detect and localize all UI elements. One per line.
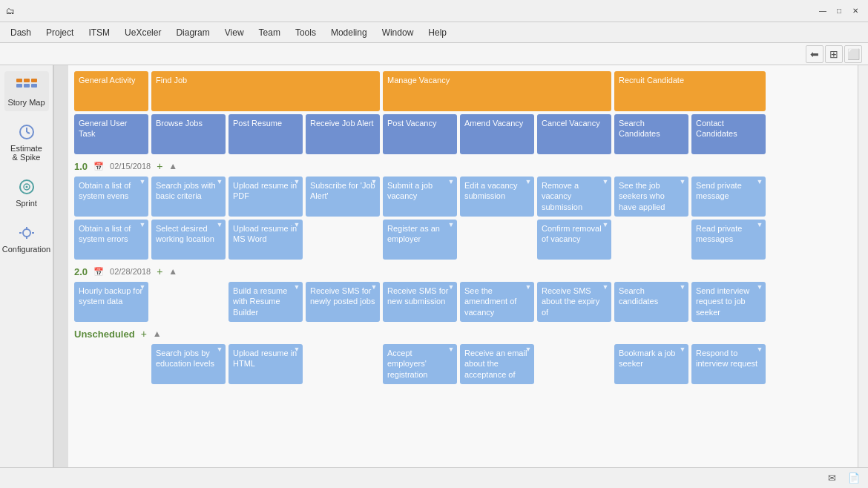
story-card-sprint-1-1-2[interactable]: Upload resume in MS Word▼ (228, 220, 303, 260)
story-card-unscheduled-0-5[interactable]: Receive an email about the acceptance of… (460, 344, 534, 384)
menu-item-help[interactable]: Help (421, 24, 454, 41)
theme-card-0[interactable]: General User Task (74, 114, 148, 154)
menu-item-tools[interactable]: Tools (288, 24, 323, 41)
card-dropdown-icon[interactable]: ▼ (139, 179, 146, 186)
card-dropdown-icon[interactable]: ▼ (447, 284, 455, 291)
story-card-sprint-2-0-8[interactable]: Send interview request to job seeker▼ (691, 282, 766, 322)
story-card-sprint-1-0-7[interactable]: See the job seekers who have applied▼ (614, 177, 688, 217)
epic-card-general-activity[interactable]: General Activity (74, 71, 148, 111)
sprint-add-button[interactable]: + (157, 266, 162, 277)
sprint-add-button[interactable]: + (157, 160, 162, 172)
menu-item-view[interactable]: View (217, 24, 251, 41)
card-dropdown-icon[interactable]: ▼ (525, 179, 532, 186)
toolbar-grid-button[interactable]: ⊞ (825, 45, 843, 63)
card-dropdown-icon[interactable]: ▼ (139, 284, 146, 291)
sprint-collapse-button[interactable]: ▲ (153, 329, 162, 339)
card-dropdown-icon[interactable]: ▼ (756, 222, 763, 229)
story-card-sprint-1-0-1[interactable]: Search jobs with basic criteria▼ (151, 177, 226, 217)
sprint-collapse-button[interactable]: ▲ (168, 266, 177, 277)
sidebar-item-sprint[interactable]: Sprint (4, 172, 49, 212)
menu-item-modeling[interactable]: Modeling (323, 24, 375, 41)
story-card-sprint-1-1-1[interactable]: Select desired working location▼ (151, 220, 226, 260)
story-card-sprint-1-0-4[interactable]: Submit a job vacancy▼ (383, 177, 457, 217)
toolbar-back-button[interactable]: ⬅ (806, 45, 823, 63)
story-card-sprint-1-1-4[interactable]: Register as an employer▼ (383, 220, 457, 260)
card-dropdown-icon[interactable]: ▼ (370, 179, 378, 186)
story-card-sprint-1-0-3[interactable]: Subscribe for 'Job Alert'▼ (306, 177, 380, 217)
card-dropdown-icon[interactable]: ▼ (679, 179, 686, 186)
story-card-unscheduled-0-8[interactable]: Respond to interview request▼ (691, 344, 766, 384)
story-card-sprint-1-0-8[interactable]: Send private message▼ (691, 177, 766, 217)
story-card-sprint-1-1-8[interactable]: Read private messages▼ (691, 220, 766, 260)
theme-card-2[interactable]: Post Resume (228, 114, 303, 154)
card-dropdown-icon[interactable]: ▼ (293, 284, 300, 291)
menu-item-dash[interactable]: Dash (3, 24, 39, 41)
story-map-area[interactable]: General ActivityFind JobManage VacancyRe… (68, 65, 858, 467)
card-dropdown-icon[interactable]: ▼ (756, 284, 763, 291)
menu-item-project[interactable]: Project (39, 24, 81, 41)
theme-card-7[interactable]: Search Candidates (614, 114, 688, 154)
story-card-sprint-2-0-7[interactable]: Search candidates▼ (614, 282, 688, 322)
close-button[interactable]: ✕ (849, 4, 862, 18)
story-card-sprint-1-0-2[interactable]: Upload resume in PDF▼ (228, 177, 303, 217)
card-dropdown-icon[interactable]: ▼ (447, 346, 455, 354)
story-card-sprint-2-0-4[interactable]: Receive SMS for new submission▼ (383, 282, 457, 322)
card-dropdown-icon[interactable]: ▼ (293, 346, 300, 354)
card-dropdown-icon[interactable]: ▼ (293, 222, 300, 229)
theme-card-4[interactable]: Post Vacancy (383, 114, 457, 154)
card-dropdown-icon[interactable]: ▼ (756, 346, 763, 354)
sidebar-item-configuration[interactable]: Configuration (4, 218, 49, 258)
story-card-sprint-1-0-0[interactable]: Obtain a list of system evens▼ (74, 177, 148, 217)
sidebar-item-story-map[interactable]: Story Map (4, 71, 49, 111)
card-dropdown-icon[interactable]: ▼ (447, 222, 455, 229)
theme-card-5[interactable]: Amend Vacancy (460, 114, 534, 154)
card-dropdown-icon[interactable]: ▼ (602, 222, 609, 229)
story-card-sprint-2-0-5[interactable]: See the amendment of vacancy▼ (460, 282, 534, 322)
story-card-sprint-1-1-0[interactable]: Obtain a list of system errors▼ (74, 220, 148, 260)
card-dropdown-icon[interactable]: ▼ (679, 346, 686, 354)
epic-card-manage-vacancy[interactable]: Manage Vacancy (383, 71, 611, 111)
card-dropdown-icon[interactable]: ▼ (139, 222, 146, 229)
story-card-sprint-2-0-2[interactable]: Build a resume with Resume Builder▼ (228, 282, 303, 322)
minimize-button[interactable]: — (816, 4, 829, 18)
card-dropdown-icon[interactable]: ▼ (216, 346, 223, 354)
document-button[interactable]: 📄 (846, 470, 862, 487)
menu-item-itsm[interactable]: ITSM (81, 24, 117, 41)
story-card-sprint-2-0-3[interactable]: Receive SMS for newly posted jobs▼ (306, 282, 380, 322)
story-card-unscheduled-0-2[interactable]: Upload resume in HTML▼ (228, 344, 303, 384)
story-card-sprint-1-0-6[interactable]: Remove a vacancy submission▼ (537, 177, 611, 217)
vertical-scrollbar[interactable] (858, 65, 868, 467)
menu-item-window[interactable]: Window (375, 24, 421, 41)
card-dropdown-icon[interactable]: ▼ (602, 284, 609, 291)
card-dropdown-icon[interactable]: ▼ (216, 179, 223, 186)
epic-card-find-job[interactable]: Find Job (151, 71, 380, 111)
menu-item-team[interactable]: Team (251, 24, 288, 41)
card-dropdown-icon[interactable]: ▼ (602, 179, 609, 186)
card-dropdown-icon[interactable]: ▼ (293, 179, 300, 186)
menu-item-uexceler[interactable]: UeXceler (117, 24, 168, 41)
card-dropdown-icon[interactable]: ▼ (525, 346, 532, 354)
theme-card-6[interactable]: Cancel Vacancy (537, 114, 611, 154)
story-card-unscheduled-0-1[interactable]: Search jobs by education levels▼ (151, 344, 226, 384)
maximize-button[interactable]: □ (832, 4, 846, 18)
menu-item-diagram[interactable]: Diagram (168, 24, 217, 41)
toolbar-panel-button[interactable]: ⬜ (844, 45, 862, 63)
epic-card-recruit-candidate[interactable]: Recruit Candidate (614, 71, 766, 111)
theme-card-3[interactable]: Receive Job Alert (306, 114, 380, 154)
message-button[interactable]: ✉ (823, 470, 840, 487)
theme-card-1[interactable]: Browse Jobs (151, 114, 226, 154)
card-dropdown-icon[interactable]: ▼ (756, 179, 763, 186)
sidebar-item-estimate-spike[interactable]: Estimate & Spike (4, 117, 49, 166)
theme-card-8[interactable]: Contact Candidates (691, 114, 766, 154)
story-card-sprint-1-0-5[interactable]: Edit a vacancy submission▼ (460, 177, 534, 217)
sprint-collapse-button[interactable]: ▲ (168, 161, 177, 171)
card-dropdown-icon[interactable]: ▼ (370, 284, 378, 291)
story-card-unscheduled-0-4[interactable]: Accept employers' registration▼ (383, 344, 457, 384)
sprint-add-button[interactable]: + (141, 328, 147, 340)
story-card-sprint-2-0-0[interactable]: Hourly backup for system data▼ (74, 282, 148, 322)
story-card-sprint-1-1-6[interactable]: Confirm removal of vacancy▼ (537, 220, 611, 260)
card-dropdown-icon[interactable]: ▼ (679, 284, 686, 291)
story-card-sprint-2-0-6[interactable]: Receive SMS about the expiry of▼ (537, 282, 611, 322)
story-card-unscheduled-0-7[interactable]: Bookmark a job seeker▼ (614, 344, 688, 384)
card-dropdown-icon[interactable]: ▼ (525, 284, 532, 291)
